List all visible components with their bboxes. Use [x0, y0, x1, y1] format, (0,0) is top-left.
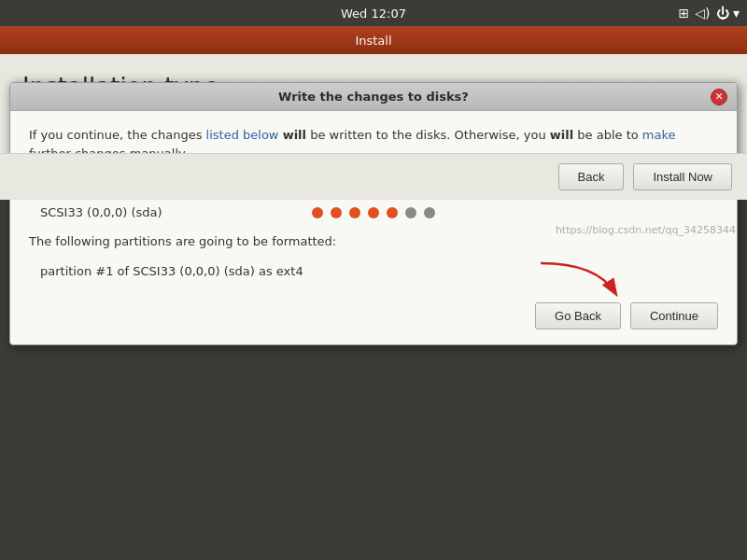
topbar: Wed 12:07 ⊞ ◁) ⏻ ▾ — [0, 0, 747, 26]
sound-icon[interactable]: ◁) — [695, 6, 710, 21]
step-dots — [0, 207, 747, 218]
window-title: Install — [355, 34, 391, 48]
step-dot-7 — [424, 207, 435, 218]
bottom-action-bar: Back Install Now — [0, 153, 747, 200]
footer: https://blog.csdn.net/qq_34258344 — [0, 218, 747, 242]
topbar-time: Wed 12:07 — [341, 7, 406, 21]
power-icon[interactable]: ⏻ ▾ — [716, 6, 740, 21]
step-dot-6 — [405, 207, 416, 218]
footer-url: https://blog.csdn.net/qq_34258344 — [556, 224, 736, 236]
step-dot-1 — [312, 207, 323, 218]
go-back-button[interactable]: Go Back — [535, 302, 621, 329]
step-dot-3 — [349, 207, 360, 218]
dialog-close-button[interactable]: ✕ — [711, 89, 727, 105]
window-titlebar: Install — [0, 26, 747, 54]
topbar-system-icons: ⊞ ◁) ⏻ ▾ — [679, 6, 740, 21]
step-dot-4 — [368, 207, 379, 218]
dialog-titlebar: Write the changes to disks? ✕ — [10, 83, 737, 111]
format-device: partition #1 of SCSI33 (0,0,0) (sda) as … — [29, 262, 718, 281]
network-icon[interactable]: ⊞ — [679, 6, 690, 21]
install-now-button[interactable]: Install Now — [633, 163, 732, 190]
back-button[interactable]: Back — [558, 163, 625, 190]
continue-button[interactable]: Continue — [630, 302, 718, 329]
step-dot-2 — [331, 207, 342, 218]
step-dot-5 — [387, 207, 398, 218]
dialog-button-group: Go Back Continue — [29, 295, 718, 329]
dialog-title: Write the changes to disks? — [36, 90, 711, 104]
